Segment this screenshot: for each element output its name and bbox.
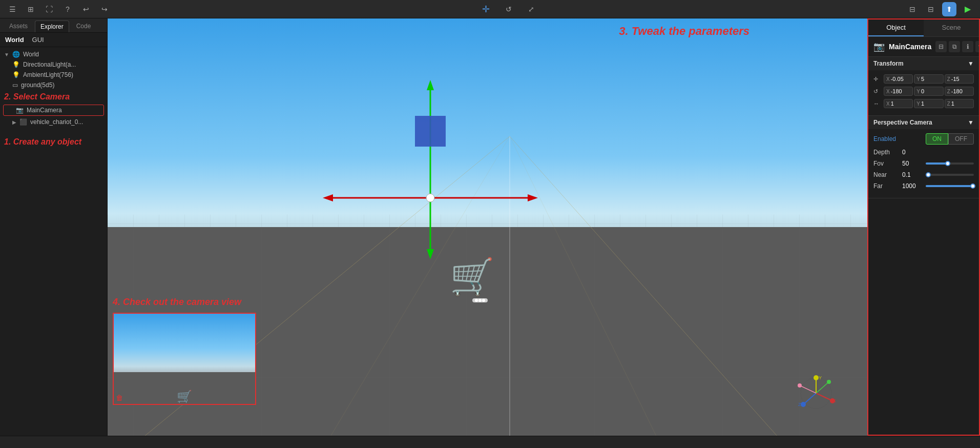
tree-item-world[interactable]: ▼ 🌐 World <box>0 49 107 59</box>
rot-x-field[interactable]: X -180 <box>884 87 913 96</box>
tab-assets[interactable]: Assets <box>4 21 33 32</box>
fov-slider-fill <box>926 162 948 165</box>
expand-icon[interactable]: ⤢ <box>524 2 538 16</box>
far-label: Far <box>873 182 899 190</box>
gui-label[interactable]: GUI <box>32 36 44 44</box>
rot-z-field[interactable]: Z -180 <box>945 87 974 96</box>
preview-ground: 🛒 <box>114 372 255 404</box>
svg-point-28 <box>801 402 806 407</box>
redo-button[interactable]: ↪ <box>97 2 112 16</box>
undo-button[interactable]: ↩ <box>79 2 93 16</box>
tree-item-vehicle[interactable]: ▶ ⬛ vehicle_chariot_0... <box>0 117 107 127</box>
svg-point-22 <box>814 375 819 380</box>
tab-code[interactable]: Code <box>71 21 96 32</box>
world-gui-bar: World GUI <box>0 33 107 47</box>
copy-icon[interactable]: ⧉ <box>949 41 960 52</box>
object-header: 📷 MainCamera ⊟ ⧉ ℹ 🗑 <box>868 37 979 57</box>
perspective-camera-header[interactable]: Perspective Camera ▼ <box>868 116 979 129</box>
far-slider-thumb[interactable] <box>970 184 975 189</box>
play-icon[interactable]: ▶ <box>961 2 975 16</box>
pos-x-field[interactable]: X -0.05 <box>884 74 913 84</box>
fov-label: Fov <box>873 160 899 167</box>
svg-text:Z: Z <box>798 402 801 407</box>
tab-explorer[interactable]: Explorer <box>35 21 69 32</box>
perspective-camera-collapse-icon[interactable]: ▼ <box>968 119 974 126</box>
world-icon: 🌐 <box>12 51 20 58</box>
directionallight-icon: 💡 <box>12 61 20 68</box>
fullscreen-icon[interactable]: ⛶ <box>42 2 56 16</box>
perspective-camera-body: Enabled ON OFF Depth 0 Fov 50 <box>868 129 979 198</box>
tree-item-directionallight[interactable]: 💡 DirectionalLight(a... <box>0 59 107 70</box>
rot-y-field[interactable]: Y 0 <box>914 87 943 96</box>
pos-y-field[interactable]: Y 5 <box>914 74 943 84</box>
transform-collapse-icon[interactable]: ▼ <box>968 60 974 67</box>
svg-point-33 <box>827 380 831 384</box>
camera-icon: 📷 <box>16 107 24 114</box>
scale-x-field[interactable]: X 1 <box>884 99 913 108</box>
position-icon: ✛ <box>873 76 882 83</box>
near-slider-thumb[interactable] <box>926 172 931 177</box>
tree-item-label: ground(5d5) <box>21 82 54 89</box>
enabled-label: Enabled <box>873 135 899 142</box>
svg-line-30 <box>800 385 816 393</box>
top-bar-right: ⊟ ⊟ ⬆ ▶ <box>905 2 975 16</box>
on-button[interactable]: ON <box>926 133 948 145</box>
grid-icon[interactable]: ⊞ <box>24 2 38 16</box>
fov-slider[interactable] <box>926 162 974 165</box>
rotation-xyz: X -180 Y 0 Z -180 <box>884 87 974 96</box>
perspective-camera-section: Perspective Camera ▼ Enabled ON OFF Dept… <box>868 116 979 198</box>
pos-z-field[interactable]: Z -15 <box>945 74 974 84</box>
depth-value: 0 <box>902 149 923 156</box>
panels-icon[interactable]: ⊟ <box>905 2 920 16</box>
viewport[interactable]: 🛒 3. Tweak the parameters 🛒 � <box>108 18 867 436</box>
transform-body: ✛ X -0.05 Y 5 Z -15 <box>868 70 979 115</box>
top-bar-center: ✛ ↺ ⤢ <box>479 2 538 16</box>
svg-line-32 <box>816 382 829 393</box>
camera-header-icon: 📷 <box>873 41 885 52</box>
scale-z-field[interactable]: Z 1 <box>945 99 974 108</box>
refresh-icon[interactable]: ↺ <box>502 2 516 16</box>
viewport-bg: 🛒 3. Tweak the parameters 🛒 � <box>108 18 867 436</box>
tree-item-label: vehicle_chariot_0... <box>30 118 83 126</box>
svg-point-31 <box>798 383 802 388</box>
position-row: ✛ X -0.05 Y 5 Z -15 <box>873 74 974 84</box>
on-off-toggle[interactable]: ON OFF <box>926 133 974 145</box>
move-tool-icon[interactable]: ✛ <box>479 2 493 16</box>
expand-icon[interactable]: ▶ <box>12 119 16 125</box>
chevron-icon[interactable]: ▼ <box>4 52 9 57</box>
tree-item-ground[interactable]: ▭ ground(5d5) <box>0 80 107 90</box>
ground-icon: ▭ <box>12 82 18 89</box>
off-button[interactable]: OFF <box>948 133 974 145</box>
fov-slider-thumb[interactable] <box>945 161 950 166</box>
tree-item-label: DirectionalLight(a... <box>23 61 76 68</box>
delete-icon[interactable]: 🗑 <box>975 41 980 52</box>
position-xyz: X -0.05 Y 5 Z -15 <box>884 74 974 84</box>
tree-item-maincamera[interactable]: 📷 MainCamera <box>3 105 104 116</box>
world-label[interactable]: World <box>5 36 24 44</box>
tab-object[interactable]: Object <box>868 19 924 36</box>
far-row: Far 1000 <box>873 182 974 190</box>
preview-trash-icon[interactable]: 🗑 <box>116 394 123 402</box>
left-panel: Assets Explorer Code World GUI ▼ 🌐 World… <box>0 18 108 436</box>
svg-point-19 <box>482 299 485 302</box>
upload-icon[interactable]: ⬆ <box>942 2 956 16</box>
far-slider[interactable] <box>926 185 974 187</box>
tree-item-ambientlight[interactable]: 💡 AmbientLight(756) <box>0 70 107 80</box>
menu-icon[interactable]: ☰ <box>5 2 19 16</box>
scale-y-field[interactable]: Y 1 <box>914 99 943 108</box>
annotation-select-camera: 2. Select Camera <box>0 90 107 104</box>
tab-scene[interactable]: Scene <box>924 19 979 36</box>
toggle-visibility-icon[interactable]: ⊟ <box>935 41 947 52</box>
ambientlight-icon: 💡 <box>12 71 20 78</box>
svg-line-24 <box>816 393 832 401</box>
info-icon[interactable]: ℹ <box>962 41 973 52</box>
scene-tree: ▼ 🌐 World 💡 DirectionalLight(a... 💡 Ambi… <box>0 47 107 436</box>
help-icon[interactable]: ? <box>60 2 75 16</box>
panels-expand-icon[interactable]: ⊟ <box>924 2 938 16</box>
annotation-create-object: 1. Create any object <box>0 135 107 149</box>
near-slider[interactable] <box>926 174 974 176</box>
transform-header[interactable]: Transform ▼ <box>868 57 979 70</box>
main-content: Assets Explorer Code World GUI ▼ 🌐 World… <box>0 18 980 436</box>
object-name: MainCamera <box>889 43 931 51</box>
sky-bg <box>108 18 867 248</box>
